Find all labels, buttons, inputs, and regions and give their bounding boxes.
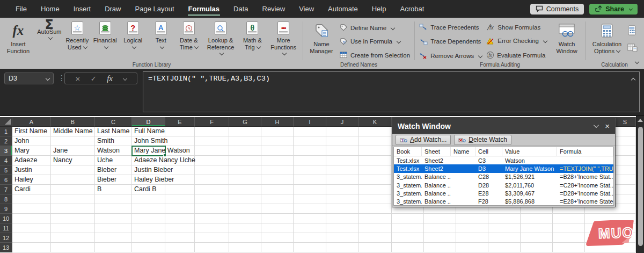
- cell-J6[interactable]: [326, 175, 358, 185]
- cell-J4[interactable]: [326, 156, 358, 165]
- column-header-H[interactable]: H: [261, 117, 294, 127]
- cell-G11[interactable]: [229, 223, 261, 233]
- cell-H10[interactable]: [261, 214, 294, 223]
- cell-D2[interactable]: John Smith: [132, 136, 165, 146]
- row-header-3[interactable]: 3: [0, 146, 12, 156]
- cell-A12[interactable]: [12, 233, 51, 243]
- cell-A8[interactable]: [12, 194, 51, 204]
- cell-D1[interactable]: Full Name: [132, 127, 165, 136]
- more-functions-button[interactable]: ••• More Functions: [266, 20, 301, 57]
- formula-input[interactable]: =TEXTJOIN(" ",TRUE,A3,B3,C3): [143, 71, 640, 112]
- cell-B2[interactable]: [51, 136, 95, 146]
- name-box[interactable]: D3: [4, 73, 54, 84]
- cell-G13[interactable]: [229, 243, 261, 252]
- row-header-5[interactable]: 5: [0, 165, 12, 175]
- cell-I9[interactable]: [294, 204, 326, 214]
- cell-A1[interactable]: First Name: [12, 127, 51, 136]
- cell-D3[interactable]: Mary Jane Watson: [132, 146, 165, 156]
- column-header-K[interactable]: K: [358, 117, 392, 127]
- cell-E11[interactable]: [165, 223, 195, 233]
- cell-E13[interactable]: [165, 243, 195, 252]
- cell-K3[interactable]: [358, 146, 392, 156]
- cell-K5[interactable]: [358, 165, 392, 175]
- cell-F3[interactable]: [195, 146, 229, 156]
- watch-row-6[interactable]: 3_statem...Balance ...F28$5,886,868=E28+…: [394, 197, 613, 205]
- cell-J5[interactable]: [326, 165, 358, 175]
- cell-F5[interactable]: [195, 165, 229, 175]
- cell-S6[interactable]: [614, 175, 636, 185]
- cell-C1[interactable]: Last Name: [95, 127, 132, 136]
- cell-G8[interactable]: [229, 194, 261, 204]
- chevron-down-icon[interactable]: [594, 122, 599, 128]
- cell-H8[interactable]: [261, 194, 294, 204]
- menu-tab-acrobat[interactable]: Acrobat: [393, 1, 431, 18]
- column-header-D[interactable]: D: [132, 117, 165, 127]
- cell-S4[interactable]: [614, 156, 636, 165]
- cell-S1[interactable]: [614, 127, 636, 136]
- cell-C10[interactable]: [95, 214, 132, 223]
- cell-G3[interactable]: [229, 146, 261, 156]
- cell-K11[interactable]: [358, 223, 392, 233]
- cell-I7[interactable]: [294, 185, 326, 194]
- cell-K10[interactable]: [358, 214, 392, 223]
- cell-F12[interactable]: [195, 233, 229, 243]
- cell-A11[interactable]: [12, 223, 51, 233]
- cell-B3[interactable]: Jane: [51, 146, 95, 156]
- cell-H3[interactable]: [261, 146, 294, 156]
- cell-I1[interactable]: [294, 127, 326, 136]
- cell-S3[interactable]: [614, 146, 636, 156]
- watch-row-4[interactable]: 3_statem...Balance ...D28$2,011,760=C28+…: [394, 181, 613, 189]
- cell-K6[interactable]: [358, 175, 392, 185]
- cell-S7[interactable]: [614, 185, 636, 194]
- cell-B9[interactable]: [51, 204, 95, 214]
- cell-H9[interactable]: [261, 204, 294, 214]
- column-header-B[interactable]: B: [51, 117, 95, 127]
- cell-J10[interactable]: [326, 214, 358, 223]
- cell-J7[interactable]: [326, 185, 358, 194]
- cell-F1[interactable]: [195, 127, 229, 136]
- cell-C6[interactable]: Bieber: [95, 175, 132, 185]
- cell-K1[interactable]: [358, 127, 392, 136]
- cell-G5[interactable]: [229, 165, 261, 175]
- cell-J11[interactable]: [326, 223, 358, 233]
- cell-G9[interactable]: [229, 204, 261, 214]
- show-formulas-button[interactable]: fx Show Formulas: [486, 24, 547, 31]
- cell-E12[interactable]: [165, 233, 195, 243]
- insert-function-button[interactable]: fx Insert Function: [3, 20, 34, 54]
- comments-button[interactable]: Comments: [530, 4, 584, 15]
- use-in-formula-button[interactable]: fx Use in Formula: [340, 38, 410, 46]
- formula-bar-collapse-chevron[interactable]: [631, 78, 635, 82]
- cell-I12[interactable]: [294, 233, 326, 243]
- cell-G7[interactable]: [229, 185, 261, 194]
- watch-row-2[interactable]: Test.xlsxSheet2D3Mary Jane Watson=TEXTJO…: [394, 164, 613, 172]
- column-header-S[interactable]: S: [614, 117, 636, 127]
- column-header-F[interactable]: F: [195, 117, 229, 127]
- cell-S5[interactable]: [614, 165, 636, 175]
- cell-C3[interactable]: Watson: [95, 146, 132, 156]
- scroll-up-arrow-icon[interactable]: [636, 116, 644, 125]
- menu-tab-review[interactable]: Review: [255, 1, 292, 18]
- cell-A9[interactable]: [12, 204, 51, 214]
- trace-dependents-button[interactable]: Trace Dependents: [419, 38, 482, 45]
- cancel-icon[interactable]: ×: [76, 74, 80, 83]
- cell-K7[interactable]: [358, 185, 392, 194]
- define-name-button[interactable]: Define Name: [340, 24, 410, 32]
- cell-J9[interactable]: [326, 204, 358, 214]
- cell-F4[interactable]: [195, 156, 229, 165]
- share-button[interactable]: Share: [589, 4, 638, 15]
- calculate-sheet-button[interactable]: [627, 43, 638, 54]
- cell-J2[interactable]: [326, 136, 358, 146]
- cell-G10[interactable]: [229, 214, 261, 223]
- cell-G4[interactable]: [229, 156, 261, 165]
- cell-I2[interactable]: [294, 136, 326, 146]
- menu-tab-draw[interactable]: Draw: [98, 1, 128, 18]
- cell-F6[interactable]: [195, 175, 229, 185]
- cell-A6[interactable]: Hailey: [12, 175, 51, 185]
- recently-used-button[interactable]: ☆ Recently Used: [63, 20, 91, 50]
- vertical-scrollbar[interactable]: [636, 116, 644, 253]
- watch-row-3[interactable]: 3_statem...Balance ...C28$1,526,921=B28+…: [394, 173, 613, 181]
- cell-E2[interactable]: [165, 136, 195, 146]
- cell-K13[interactable]: [358, 243, 392, 252]
- add-watch-button[interactable]: ? Add Watch...: [396, 135, 451, 145]
- select-all-corner[interactable]: [0, 117, 12, 127]
